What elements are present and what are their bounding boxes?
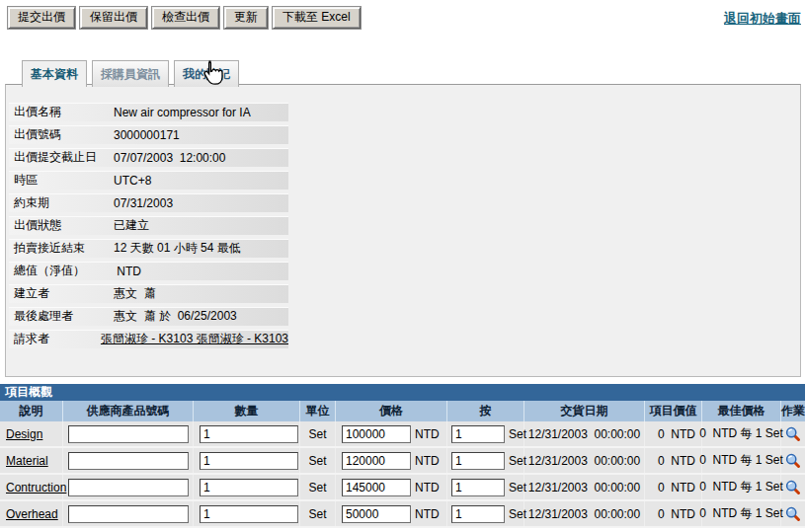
column-header-best: 最佳價格 [702,401,781,421]
return-initial-screen-link[interactable]: 退回初始畫面 [724,10,801,28]
detail-label: 出價號碼 [9,126,110,143]
magnifier-icon [785,480,801,495]
detail-row: 約束期07/31/2003 [9,193,288,212]
price-currency-label: NTD [415,481,440,494]
magnifier-icon [785,426,801,442]
detail-row: 最後處理者惠文 蕭 於 06/25/2003 [9,307,288,326]
detail-row: 出價提交截止日07/07/2003 12:00:00 [9,148,288,167]
item-value: 0 NTD [645,475,702,499]
per-quantity-input[interactable] [451,479,505,496]
detail-value: 3000000171 [110,128,288,142]
detail-value: 已建立 [110,217,288,234]
detail-label: 最後處理者 [9,308,110,325]
item-description-link[interactable]: Contruction [6,481,66,494]
toolbar-buttons: 提交出價保留出價檢查出價更新下載至 Excel [8,10,365,24]
item-value: 0 NTD [645,448,702,473]
detail-value: UTC+8 [110,174,288,188]
detail-label: 出價提交截止日 [9,149,110,166]
item-description-link[interactable]: Design [6,427,42,441]
magnifier-icon [785,506,801,522]
price-input[interactable] [342,452,411,470]
detail-label: 請求者 [9,331,97,347]
detail-value: 惠文 蕭 [110,285,288,302]
delivery-date: 12/31/2003 00:00:00 [524,501,645,526]
best-price: 0 NTD 每 1 Set [702,475,781,499]
column-header-per: 按 [447,401,524,421]
column-header-val: 項目價值 [645,401,702,421]
detail-row: 出價名稱New air compressor for IA [9,103,288,121]
quantity-input[interactable] [200,452,298,470]
toolbar-button-1[interactable]: 提交出價 [8,7,75,29]
supplier-product-input[interactable] [68,452,189,470]
table-row: Design Set NTD Set 12/31/2003 00:00:00 0… [0,421,805,448]
price-currency-label: NTD [415,427,440,441]
price-currency-label: NTD [415,454,440,468]
detail-row: 請求者張簡淑珍 - K3103 張簡淑珍 - K3103 [9,330,288,348]
quantity-input[interactable] [200,425,298,443]
toolbar-button-5[interactable]: 下載至 Excel [273,7,361,29]
per-quantity-input[interactable] [451,452,505,470]
delivery-date: 12/31/2003 00:00:00 [524,448,645,473]
supplier-product-input[interactable] [68,425,189,443]
toolbar-button-3[interactable]: 檢查出價 [152,7,219,29]
per-quantity-input[interactable] [451,425,505,443]
item-overview-title: 項目概觀 [0,384,805,401]
item-details-magnifier-button[interactable] [781,501,805,526]
item-table-header: 說明供應商產品號碼數量單位價格按交貨日期項目價值最佳價格作業 [0,401,805,421]
detail-value: 惠文 蕭 於 06/25/2003 [110,308,288,325]
detail-value: 07/31/2003 [110,196,288,210]
detail-row: 出價號碼3000000171 [9,125,288,144]
price-input[interactable] [342,425,411,443]
quantity-input[interactable] [200,479,298,496]
detail-label: 出價狀態 [9,217,110,234]
tab-strip: 基本資料採購員資訊我的註記 [22,60,805,84]
toolbar-button-2[interactable]: 保留出價 [80,7,147,29]
detail-row: 總值（淨值） NTD [9,262,288,280]
column-header-qty: 數量 [194,401,300,421]
supplier-product-input[interactable] [68,505,189,523]
detail-label: 總值（淨值） [9,263,110,279]
detail-label: 出價名稱 [9,104,110,120]
unit-label: Set [300,448,336,473]
column-header-unit: 單位 [300,401,336,421]
unit-label: Set [300,501,336,526]
magnifier-icon [785,453,801,469]
item-description-link[interactable]: Material [6,454,48,468]
toolbar-button-4[interactable]: 更新 [224,7,268,29]
item-value: 0 NTD [645,421,702,446]
table-row: Overhead Set NTD Set 12/31/2003 00:00:00… [0,501,805,528]
item-table-body: Design Set NTD Set 12/31/2003 00:00:00 0… [0,421,805,528]
quantity-input[interactable] [200,505,298,523]
basic-data-panel: 出價名稱New air compressor for IA出價號碼3000000… [5,84,801,377]
column-header-desc: 說明 [0,401,63,421]
detail-value[interactable]: 張簡淑珍 - K3103 張簡淑珍 - K3103 [97,331,288,347]
price-input[interactable] [342,479,411,496]
item-details-magnifier-button[interactable] [781,421,805,446]
delivery-date: 12/31/2003 00:00:00 [524,421,645,446]
tab-採購員資訊[interactable]: 採購員資訊 [92,60,169,87]
detail-label: 約束期 [9,194,110,211]
tab-基本資料[interactable]: 基本資料 [22,60,87,87]
price-input[interactable] [342,505,411,523]
item-description-link[interactable]: Overhead [6,507,58,521]
price-currency-label: NTD [415,507,440,521]
detail-row: 時區UTC+8 [9,171,288,190]
unit-label: Set [300,421,336,446]
best-price: 0 NTD 每 1 Set [702,448,781,473]
item-details-magnifier-button[interactable] [781,475,805,499]
best-price: 0 NTD 每 1 Set [702,501,781,526]
detail-rows: 出價名稱New air compressor for IA出價號碼3000000… [9,103,800,348]
per-quantity-input[interactable] [451,505,505,523]
detail-value: 07/07/2003 12:00:00 [110,151,288,165]
item-value: 0 NTD [645,501,702,526]
detail-label: 拍賣接近結束 [9,240,110,257]
toolbar: 提交出價保留出價檢查出價更新下載至 Excel 退回初始畫面 [0,0,805,35]
supplier-product-input[interactable] [68,479,189,496]
table-row: Contruction Set NTD Set 12/31/2003 00:00… [0,475,805,501]
detail-label: 時區 [9,172,110,189]
item-details-magnifier-button[interactable] [781,448,805,473]
detail-row: 出價狀態已建立 [9,216,288,235]
detail-value: New air compressor for IA [110,106,288,119]
tab-我的註記[interactable]: 我的註記 [174,60,239,87]
detail-row: 建立者惠文 蕭 [9,284,288,303]
